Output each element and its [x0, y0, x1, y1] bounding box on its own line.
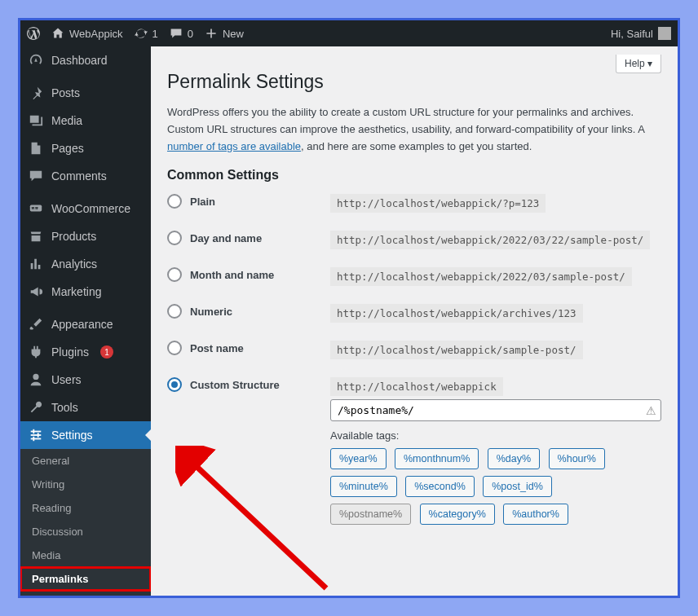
- available-tags: %year% %monthnum% %day% %hour% %minute% …: [330, 448, 661, 531]
- option-label: Post name: [190, 342, 244, 354]
- update-icon: [135, 27, 148, 40]
- sidebar-item-label: Products: [51, 230, 96, 243]
- tag-year[interactable]: %year%: [330, 448, 387, 469]
- option-dayname[interactable]: Day and name: [167, 231, 330, 245]
- submenu-privacy[interactable]: Privacy: [20, 591, 151, 596]
- sidebar-item-settings[interactable]: Settings: [20, 421, 151, 449]
- common-settings-heading: Common Settings: [167, 168, 661, 183]
- sidebar-item-plugins[interactable]: Plugins 1: [20, 338, 151, 366]
- radio-numeric[interactable]: [167, 304, 182, 319]
- sidebar-item-label: Analytics: [51, 257, 97, 271]
- submenu-permalinks[interactable]: Permalinks: [20, 567, 151, 591]
- custom-structure-input[interactable]: [330, 399, 661, 421]
- comments-link[interactable]: 0: [170, 27, 193, 40]
- sidebar-item-analytics[interactable]: Analytics: [20, 250, 151, 278]
- settings-icon: [29, 428, 43, 442]
- wordpress-icon: [27, 27, 40, 40]
- example-postname: http://localhost/webappick/sample-post/: [330, 341, 583, 359]
- option-label: Month and name: [190, 269, 274, 281]
- sidebar-item-products[interactable]: Products: [20, 222, 151, 250]
- sidebar-item-label: Marketing: [51, 285, 101, 298]
- pin-icon: [29, 86, 43, 100]
- option-custom[interactable]: Custom Structure: [167, 377, 330, 392]
- sidebar-item-label: Settings: [51, 429, 93, 442]
- sidebar-item-dashboard[interactable]: Dashboard: [20, 46, 151, 74]
- new-content-link[interactable]: New: [205, 27, 244, 40]
- submenu-discussion[interactable]: Discussion: [20, 520, 151, 543]
- tag-monthnum[interactable]: %monthnum%: [395, 448, 479, 469]
- admin-bar: WebAppick 1 0 New Hi, Saiful: [20, 20, 678, 46]
- submenu-reading[interactable]: Reading: [20, 496, 151, 520]
- wp-logo[interactable]: [27, 27, 40, 40]
- sidebar-item-comments[interactable]: Comments: [20, 162, 151, 190]
- sidebar-item-label: Posts: [51, 86, 80, 99]
- plugins-update-badge: 1: [100, 345, 113, 359]
- settings-submenu: General Writing Reading Discussion Media…: [20, 449, 151, 596]
- tag-minute[interactable]: %minute%: [330, 476, 397, 497]
- tags-doc-link[interactable]: number of tags are available: [167, 140, 301, 152]
- tag-second[interactable]: %second%: [405, 476, 475, 497]
- products-icon: [29, 229, 43, 244]
- users-icon: [29, 372, 43, 387]
- sidebar-item-woocommerce[interactable]: WooCommerce: [20, 195, 151, 222]
- account-link[interactable]: Hi, Saiful: [611, 27, 671, 40]
- sidebar-item-label: Users: [51, 373, 82, 386]
- analytics-icon: [29, 257, 43, 271]
- brush-icon: [29, 317, 43, 332]
- example-plain: http://localhost/webappick/?p=123: [330, 194, 546, 213]
- sidebar-item-label: Pages: [51, 142, 84, 155]
- submenu-writing[interactable]: Writing: [20, 473, 151, 496]
- tag-hour[interactable]: %hour%: [549, 448, 605, 469]
- tag-postid[interactable]: %post_id%: [483, 476, 552, 497]
- svg-rect-6: [33, 437, 34, 441]
- svg-rect-1: [31, 431, 42, 433]
- greeting: Hi, Saiful: [611, 28, 653, 40]
- available-tags-label: Available tags:: [330, 429, 661, 442]
- option-label: Numeric: [190, 306, 232, 318]
- dashboard-icon: [29, 53, 43, 68]
- sidebar-item-label: Plugins: [51, 345, 89, 359]
- radio-dayname[interactable]: [167, 231, 182, 245]
- sidebar-item-posts[interactable]: Posts: [20, 79, 151, 107]
- sidebar-item-pages[interactable]: Pages: [20, 134, 151, 162]
- updates-count: 1: [152, 28, 158, 40]
- intro-text: WordPress offers you the ability to crea…: [167, 104, 661, 155]
- megaphone-icon: [29, 284, 43, 299]
- svg-rect-3: [31, 438, 42, 440]
- radio-monthname[interactable]: [167, 267, 182, 282]
- new-label: New: [223, 28, 244, 40]
- submenu-general[interactable]: General: [20, 449, 151, 473]
- sidebar-item-tools[interactable]: Tools: [20, 394, 151, 421]
- option-label: Custom Structure: [190, 379, 280, 391]
- example-dayname: http://localhost/webappick/2022/03/22/sa…: [330, 231, 650, 249]
- site-name-link[interactable]: WebAppick: [51, 27, 123, 40]
- submenu-media[interactable]: Media: [20, 543, 151, 567]
- option-numeric[interactable]: Numeric: [167, 304, 330, 319]
- updates-link[interactable]: 1: [135, 27, 158, 40]
- sidebar-item-label: WooCommerce: [51, 202, 130, 215]
- comment-icon: [170, 27, 183, 40]
- help-tab[interactable]: Help ▾: [616, 55, 661, 73]
- sidebar-item-appearance[interactable]: Appearance: [20, 310, 151, 338]
- tag-author[interactable]: %author%: [503, 504, 568, 525]
- tag-category[interactable]: %category%: [420, 504, 495, 525]
- custom-prefix: http://localhost/webappick: [330, 377, 503, 396]
- page-title: Permalink Settings: [167, 71, 661, 93]
- plus-icon: [205, 27, 218, 40]
- option-plain[interactable]: Plain: [167, 194, 330, 209]
- tag-postname[interactable]: %postname%: [330, 504, 411, 525]
- sidebar-item-marketing[interactable]: Marketing: [20, 278, 151, 306]
- avatar: [658, 27, 671, 40]
- option-postname[interactable]: Post name: [167, 341, 330, 355]
- tag-day[interactable]: %day%: [488, 448, 540, 469]
- sidebar-item-users[interactable]: Users: [20, 366, 151, 394]
- option-monthname[interactable]: Month and name: [167, 267, 330, 282]
- sidebar-item-label: Media: [51, 114, 82, 127]
- sidebar-item-media[interactable]: Media: [20, 107, 151, 134]
- sidebar-item-label: Appearance: [51, 318, 113, 331]
- radio-custom[interactable]: [167, 377, 182, 392]
- radio-postname[interactable]: [167, 341, 182, 355]
- svg-rect-4: [33, 429, 34, 433]
- svg-rect-5: [38, 433, 39, 437]
- radio-plain[interactable]: [167, 194, 182, 209]
